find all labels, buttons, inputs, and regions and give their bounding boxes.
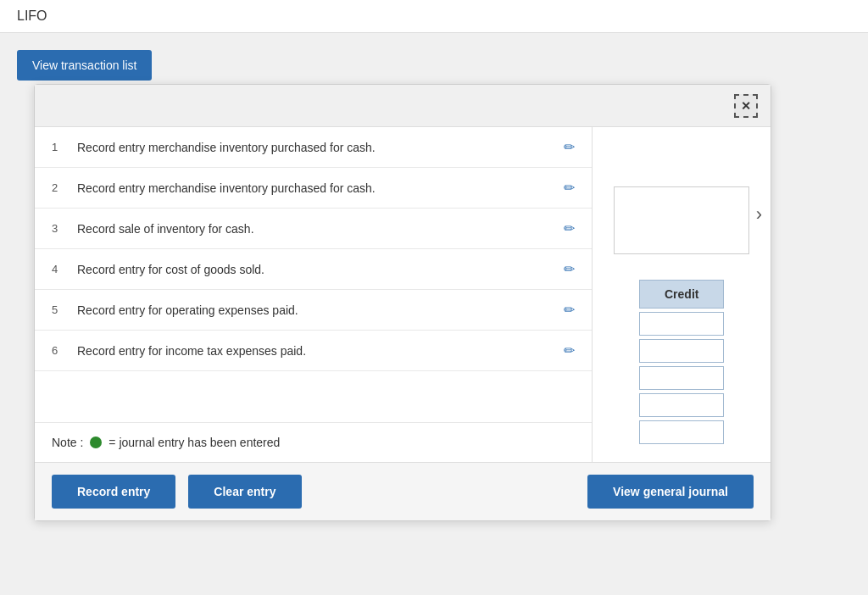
record-entry-button[interactable]: Record entry: [52, 475, 175, 509]
green-dot-icon: [90, 437, 102, 448]
view-transaction-button[interactable]: View transaction list: [17, 50, 152, 81]
right-panel: › Credit: [593, 127, 771, 462]
entry-number: 5: [52, 303, 69, 316]
view-general-journal-button[interactable]: View general journal: [587, 475, 754, 509]
table-row: 4 Record entry for cost of goods sold. ✏: [35, 249, 592, 290]
entry-number: 4: [52, 263, 69, 275]
modal-body: 1 Record entry merchandise inventory pur…: [35, 127, 771, 462]
edit-icon[interactable]: ✏: [564, 302, 575, 318]
edit-icon[interactable]: ✏: [564, 261, 575, 277]
clear-entry-button[interactable]: Clear entry: [188, 475, 301, 509]
lifo-label: LIFO: [17, 8, 47, 24]
modal-header: ✕: [35, 85, 771, 127]
entry-text: Record entry for cost of goods sold.: [77, 263, 564, 276]
entry-text: Record sale of inventory for cash.: [77, 222, 564, 236]
text-box: [614, 186, 749, 254]
chevron-right-icon[interactable]: ›: [756, 203, 762, 225]
modal-panel: ✕ 1 Record entry merchandise inventory p…: [34, 84, 771, 521]
table-row: 1 Record entry merchandise inventory pur…: [35, 127, 592, 168]
note-suffix: = journal entry has been entered: [108, 436, 280, 449]
entry-number: 3: [52, 222, 69, 235]
table-row: 5 Record entry for operating expenses pa…: [35, 290, 592, 331]
modal-footer: Record entry Clear entry View general jo…: [35, 462, 771, 520]
entry-number: 1: [52, 141, 69, 153]
credit-input-2[interactable]: [639, 339, 724, 363]
entry-number: 2: [52, 181, 69, 194]
credit-input-3[interactable]: [639, 366, 724, 390]
edit-icon[interactable]: ✏: [564, 180, 575, 196]
edit-icon[interactable]: ✏: [564, 139, 575, 155]
table-row: 3 Record sale of inventory for cash. ✏: [35, 209, 592, 249]
entry-text: Record entry merchandise inventory purch…: [77, 141, 564, 154]
edit-icon[interactable]: ✏: [564, 220, 575, 236]
credit-input-5[interactable]: [639, 420, 724, 444]
entry-text: Record entry merchandise inventory purch…: [77, 181, 564, 195]
close-icon[interactable]: ✕: [734, 94, 758, 118]
entries-panel: 1 Record entry merchandise inventory pur…: [35, 127, 593, 462]
table-row: 2 Record entry merchandise inventory pur…: [35, 168, 592, 209]
entry-text: Record entry for operating expenses paid…: [77, 303, 564, 317]
credit-inputs: [639, 310, 724, 444]
credit-input-4[interactable]: [639, 393, 724, 417]
entry-text: Record entry for income tax expenses pai…: [77, 344, 564, 358]
note-prefix: Note :: [52, 436, 83, 449]
entry-number: 6: [52, 344, 69, 357]
note-section: Note : = journal entry has been entered: [35, 422, 592, 462]
credit-header: Credit: [639, 280, 724, 309]
edit-icon[interactable]: ✏: [564, 342, 575, 359]
credit-input-1[interactable]: [639, 312, 724, 336]
table-row: 6 Record entry for income tax expenses p…: [35, 331, 592, 371]
